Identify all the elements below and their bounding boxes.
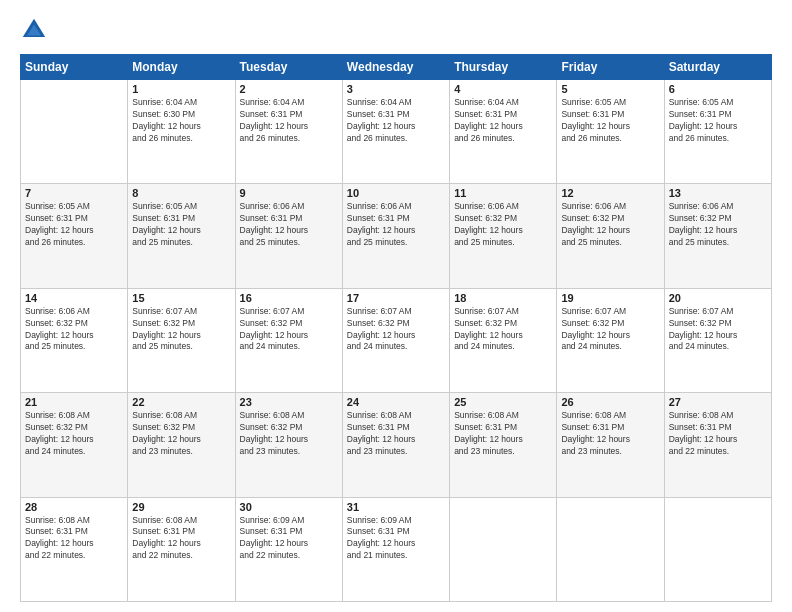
day-info: Sunrise: 6:07 AM Sunset: 6:32 PM Dayligh… xyxy=(240,306,338,354)
calendar-cell xyxy=(664,497,771,601)
day-info: Sunrise: 6:06 AM Sunset: 6:32 PM Dayligh… xyxy=(25,306,123,354)
calendar-cell: 17Sunrise: 6:07 AM Sunset: 6:32 PM Dayli… xyxy=(342,288,449,392)
calendar-cell: 20Sunrise: 6:07 AM Sunset: 6:32 PM Dayli… xyxy=(664,288,771,392)
day-number: 11 xyxy=(454,187,552,199)
day-info: Sunrise: 6:06 AM Sunset: 6:32 PM Dayligh… xyxy=(454,201,552,249)
calendar-cell xyxy=(450,497,557,601)
day-info: Sunrise: 6:04 AM Sunset: 6:30 PM Dayligh… xyxy=(132,97,230,145)
day-info: Sunrise: 6:07 AM Sunset: 6:32 PM Dayligh… xyxy=(561,306,659,354)
calendar-day-header: Monday xyxy=(128,55,235,80)
calendar-week-row: 28Sunrise: 6:08 AM Sunset: 6:31 PM Dayli… xyxy=(21,497,772,601)
day-number: 28 xyxy=(25,501,123,513)
day-number: 20 xyxy=(669,292,767,304)
day-info: Sunrise: 6:04 AM Sunset: 6:31 PM Dayligh… xyxy=(454,97,552,145)
day-number: 8 xyxy=(132,187,230,199)
day-number: 6 xyxy=(669,83,767,95)
calendar-cell: 9Sunrise: 6:06 AM Sunset: 6:31 PM Daylig… xyxy=(235,184,342,288)
day-info: Sunrise: 6:05 AM Sunset: 6:31 PM Dayligh… xyxy=(132,201,230,249)
day-info: Sunrise: 6:08 AM Sunset: 6:31 PM Dayligh… xyxy=(132,515,230,563)
day-number: 7 xyxy=(25,187,123,199)
calendar-day-header: Friday xyxy=(557,55,664,80)
day-info: Sunrise: 6:09 AM Sunset: 6:31 PM Dayligh… xyxy=(347,515,445,563)
day-number: 21 xyxy=(25,396,123,408)
calendar-cell: 23Sunrise: 6:08 AM Sunset: 6:32 PM Dayli… xyxy=(235,393,342,497)
calendar-cell: 29Sunrise: 6:08 AM Sunset: 6:31 PM Dayli… xyxy=(128,497,235,601)
calendar-header-row: SundayMondayTuesdayWednesdayThursdayFrid… xyxy=(21,55,772,80)
day-number: 13 xyxy=(669,187,767,199)
calendar-day-header: Saturday xyxy=(664,55,771,80)
calendar-cell: 7Sunrise: 6:05 AM Sunset: 6:31 PM Daylig… xyxy=(21,184,128,288)
day-info: Sunrise: 6:08 AM Sunset: 6:32 PM Dayligh… xyxy=(132,410,230,458)
day-info: Sunrise: 6:06 AM Sunset: 6:32 PM Dayligh… xyxy=(561,201,659,249)
day-number: 15 xyxy=(132,292,230,304)
header xyxy=(20,16,772,44)
day-number: 9 xyxy=(240,187,338,199)
calendar-cell: 2Sunrise: 6:04 AM Sunset: 6:31 PM Daylig… xyxy=(235,80,342,184)
day-info: Sunrise: 6:06 AM Sunset: 6:32 PM Dayligh… xyxy=(669,201,767,249)
day-info: Sunrise: 6:05 AM Sunset: 6:31 PM Dayligh… xyxy=(669,97,767,145)
day-number: 18 xyxy=(454,292,552,304)
day-number: 25 xyxy=(454,396,552,408)
calendar-cell: 27Sunrise: 6:08 AM Sunset: 6:31 PM Dayli… xyxy=(664,393,771,497)
day-number: 31 xyxy=(347,501,445,513)
logo xyxy=(20,16,52,44)
day-number: 3 xyxy=(347,83,445,95)
calendar-day-header: Sunday xyxy=(21,55,128,80)
calendar-cell: 21Sunrise: 6:08 AM Sunset: 6:32 PM Dayli… xyxy=(21,393,128,497)
day-number: 30 xyxy=(240,501,338,513)
calendar-cell: 4Sunrise: 6:04 AM Sunset: 6:31 PM Daylig… xyxy=(450,80,557,184)
day-info: Sunrise: 6:08 AM Sunset: 6:31 PM Dayligh… xyxy=(25,515,123,563)
day-info: Sunrise: 6:08 AM Sunset: 6:31 PM Dayligh… xyxy=(454,410,552,458)
calendar-cell: 6Sunrise: 6:05 AM Sunset: 6:31 PM Daylig… xyxy=(664,80,771,184)
calendar-day-header: Thursday xyxy=(450,55,557,80)
day-info: Sunrise: 6:04 AM Sunset: 6:31 PM Dayligh… xyxy=(347,97,445,145)
calendar-cell: 31Sunrise: 6:09 AM Sunset: 6:31 PM Dayli… xyxy=(342,497,449,601)
day-number: 29 xyxy=(132,501,230,513)
day-info: Sunrise: 6:08 AM Sunset: 6:31 PM Dayligh… xyxy=(347,410,445,458)
day-number: 17 xyxy=(347,292,445,304)
day-info: Sunrise: 6:06 AM Sunset: 6:31 PM Dayligh… xyxy=(347,201,445,249)
day-number: 24 xyxy=(347,396,445,408)
day-info: Sunrise: 6:07 AM Sunset: 6:32 PM Dayligh… xyxy=(669,306,767,354)
calendar-week-row: 7Sunrise: 6:05 AM Sunset: 6:31 PM Daylig… xyxy=(21,184,772,288)
day-number: 10 xyxy=(347,187,445,199)
calendar-cell: 25Sunrise: 6:08 AM Sunset: 6:31 PM Dayli… xyxy=(450,393,557,497)
calendar-cell: 18Sunrise: 6:07 AM Sunset: 6:32 PM Dayli… xyxy=(450,288,557,392)
calendar-cell: 5Sunrise: 6:05 AM Sunset: 6:31 PM Daylig… xyxy=(557,80,664,184)
calendar-day-header: Tuesday xyxy=(235,55,342,80)
calendar-cell: 24Sunrise: 6:08 AM Sunset: 6:31 PM Dayli… xyxy=(342,393,449,497)
day-info: Sunrise: 6:05 AM Sunset: 6:31 PM Dayligh… xyxy=(561,97,659,145)
calendar-cell: 8Sunrise: 6:05 AM Sunset: 6:31 PM Daylig… xyxy=(128,184,235,288)
day-info: Sunrise: 6:07 AM Sunset: 6:32 PM Dayligh… xyxy=(347,306,445,354)
calendar-cell: 26Sunrise: 6:08 AM Sunset: 6:31 PM Dayli… xyxy=(557,393,664,497)
calendar-cell: 10Sunrise: 6:06 AM Sunset: 6:31 PM Dayli… xyxy=(342,184,449,288)
day-number: 14 xyxy=(25,292,123,304)
calendar-week-row: 21Sunrise: 6:08 AM Sunset: 6:32 PM Dayli… xyxy=(21,393,772,497)
day-info: Sunrise: 6:08 AM Sunset: 6:32 PM Dayligh… xyxy=(25,410,123,458)
day-info: Sunrise: 6:07 AM Sunset: 6:32 PM Dayligh… xyxy=(132,306,230,354)
day-number: 19 xyxy=(561,292,659,304)
day-number: 12 xyxy=(561,187,659,199)
calendar-cell: 11Sunrise: 6:06 AM Sunset: 6:32 PM Dayli… xyxy=(450,184,557,288)
day-info: Sunrise: 6:08 AM Sunset: 6:31 PM Dayligh… xyxy=(561,410,659,458)
day-info: Sunrise: 6:05 AM Sunset: 6:31 PM Dayligh… xyxy=(25,201,123,249)
day-info: Sunrise: 6:08 AM Sunset: 6:32 PM Dayligh… xyxy=(240,410,338,458)
page: SundayMondayTuesdayWednesdayThursdayFrid… xyxy=(0,0,792,612)
calendar-cell: 13Sunrise: 6:06 AM Sunset: 6:32 PM Dayli… xyxy=(664,184,771,288)
day-info: Sunrise: 6:07 AM Sunset: 6:32 PM Dayligh… xyxy=(454,306,552,354)
day-number: 22 xyxy=(132,396,230,408)
calendar-cell xyxy=(557,497,664,601)
day-info: Sunrise: 6:06 AM Sunset: 6:31 PM Dayligh… xyxy=(240,201,338,249)
calendar-cell: 22Sunrise: 6:08 AM Sunset: 6:32 PM Dayli… xyxy=(128,393,235,497)
calendar-cell xyxy=(21,80,128,184)
calendar-cell: 30Sunrise: 6:09 AM Sunset: 6:31 PM Dayli… xyxy=(235,497,342,601)
day-number: 23 xyxy=(240,396,338,408)
day-number: 1 xyxy=(132,83,230,95)
day-number: 16 xyxy=(240,292,338,304)
calendar-cell: 12Sunrise: 6:06 AM Sunset: 6:32 PM Dayli… xyxy=(557,184,664,288)
calendar-cell: 14Sunrise: 6:06 AM Sunset: 6:32 PM Dayli… xyxy=(21,288,128,392)
calendar-cell: 3Sunrise: 6:04 AM Sunset: 6:31 PM Daylig… xyxy=(342,80,449,184)
calendar-cell: 1Sunrise: 6:04 AM Sunset: 6:30 PM Daylig… xyxy=(128,80,235,184)
calendar-cell: 28Sunrise: 6:08 AM Sunset: 6:31 PM Dayli… xyxy=(21,497,128,601)
day-info: Sunrise: 6:09 AM Sunset: 6:31 PM Dayligh… xyxy=(240,515,338,563)
